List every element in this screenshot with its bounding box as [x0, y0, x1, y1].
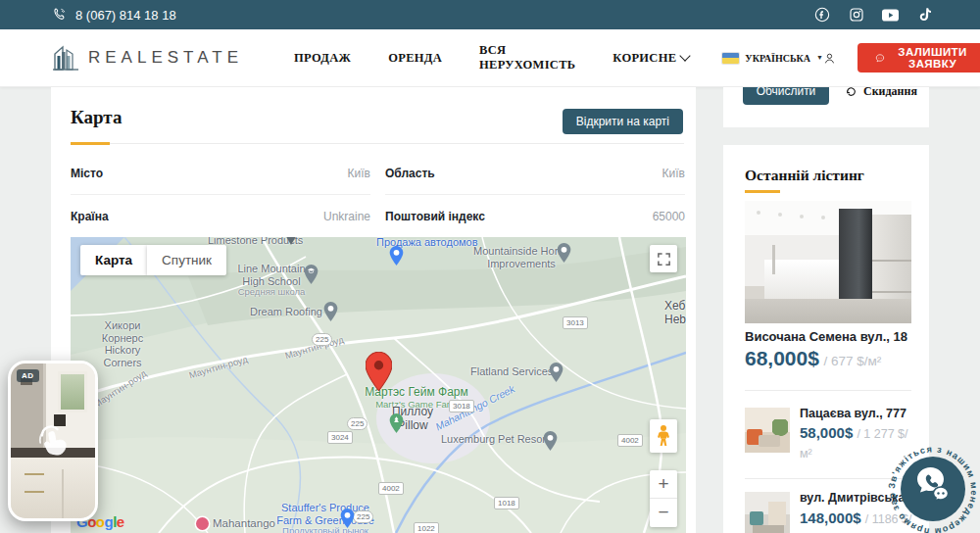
route-shield: 225: [347, 417, 368, 430]
map-label: Flatland Services: [470, 365, 553, 378]
poi-pin-icon: [543, 431, 558, 451]
town-dot-icon: [196, 517, 209, 530]
property-marker-icon[interactable]: [366, 352, 392, 391]
ad-overlay[interactable]: AD: [8, 361, 98, 521]
map-card: Карта Відкрити на карті МістоКиїв Област…: [51, 87, 696, 533]
listing-photo[interactable]: [745, 201, 911, 323]
school-pin-icon: [304, 265, 318, 284]
open-on-map-button[interactable]: Відкрити на карті: [563, 109, 683, 134]
poi-pin-icon: [557, 243, 571, 263]
poi-pin-icon: [549, 363, 564, 382]
route-shield: 4002: [617, 434, 643, 447]
park-pin-icon: [389, 413, 404, 433]
caret-down-icon: ▼: [816, 54, 823, 62]
nav-item-prodazh[interactable]: ПРОДАЖ: [294, 51, 351, 66]
map-label: Dream Roofing: [250, 306, 322, 318]
field-zip: Поштовий індекс65000: [385, 195, 685, 238]
map-type-control: Карта Спутник: [80, 245, 226, 275]
map-label: Хеб Hebe: [664, 300, 686, 327]
logo-building-icon: [51, 44, 80, 72]
phone-icon: [52, 7, 68, 23]
map-label: Хикори Корнерс Hickory Corners: [88, 319, 157, 369]
title-underline: [71, 142, 110, 145]
field-city: МістоКиїв: [71, 152, 370, 195]
tap-hand-icon: [31, 419, 74, 462]
nav-bar: REALESTATE ПРОДАЖ ОРЕНДА ВСЯ НЕРУХОМІСТЬ…: [0, 29, 980, 87]
pegman-control[interactable]: [650, 419, 677, 453]
chevron-down-icon: [680, 50, 691, 61]
logo-text: REALESTATE: [88, 48, 243, 68]
divider: [71, 143, 684, 144]
poi-pin-icon: [284, 237, 298, 245]
field-country: КраїнаUnkraine: [71, 195, 370, 238]
leave-request-button[interactable]: ЗАЛИШИТИ ЗАЯВКУ: [858, 43, 980, 73]
nav-item-orenda[interactable]: ОРЕНДА: [388, 51, 442, 66]
route-shield: 4002: [378, 482, 404, 495]
youtube-icon[interactable]: [882, 7, 899, 24]
instagram-icon[interactable]: [848, 7, 864, 24]
calculate-button[interactable]: Обчислити: [743, 87, 829, 105]
ad-badge: AD: [17, 369, 39, 382]
market-pin-blue-icon: [340, 509, 355, 528]
route-shield: 1022: [414, 522, 439, 533]
poi-pin-blue-icon: [389, 246, 404, 266]
phone-link[interactable]: 8 (067) 814 18 18: [52, 7, 176, 23]
zoom-out-button[interactable]: −: [650, 498, 677, 525]
route-shield: 3024: [327, 431, 353, 444]
section-title: Карта: [71, 107, 122, 128]
calc-card: Обчислити Скидання: [723, 87, 929, 127]
tiktok-icon[interactable]: [916, 7, 933, 24]
route-shield: 225: [353, 510, 373, 523]
route-shield: 3018: [449, 400, 474, 412]
reset-button[interactable]: Скидання: [845, 87, 917, 99]
language-label: УКРАЇНСЬКА: [745, 53, 810, 64]
ukraine-flag-icon: [722, 53, 739, 64]
logo[interactable]: REALESTATE: [51, 44, 243, 72]
listing-thumbnail[interactable]: [745, 408, 790, 453]
phone-number: 8 (067) 814 18 18: [75, 8, 176, 23]
nav-item-all-realty[interactable]: ВСЯ НЕРУХОМІСТЬ: [479, 43, 575, 73]
sidebar-title: Останній лістинг: [745, 167, 864, 184]
route-shield: 225: [312, 333, 332, 346]
listing-thumbnail[interactable]: [745, 492, 790, 533]
listing-title[interactable]: Височана Семена вул., 18: [745, 329, 916, 344]
language-selector[interactable]: УКРАЇНСЬКА ▼: [722, 53, 823, 64]
map-type-satellite-button[interactable]: Спутник: [147, 245, 226, 275]
google-map[interactable]: Limestone Products Продажа автодомов Mou…: [71, 237, 686, 533]
route-shield: 1018: [494, 497, 519, 509]
listing-title[interactable]: Пацаєва вул., 777: [800, 407, 915, 420]
facebook-icon[interactable]: [813, 7, 830, 24]
chat-icon: [875, 51, 885, 66]
top-bar: 8 (067) 814 18 18: [0, 0, 980, 29]
page: 8 (067) 814 18 18: [0, 0, 980, 533]
fullscreen-button[interactable]: [650, 245, 677, 272]
map-label: Luxemburg Pet Resort: [441, 433, 549, 446]
zoom-control: + −: [650, 470, 677, 527]
contact-manager-badge[interactable]: Зв'яжіться з нашим менеджером прямо зара…: [884, 440, 980, 533]
field-region: ОбластьКиїв: [385, 152, 685, 195]
route-shield: 3013: [563, 316, 588, 329]
reset-icon: [845, 87, 858, 98]
nav-item-korysne[interactable]: КОРИСНЕ: [612, 51, 689, 66]
map-type-map-button[interactable]: Карта: [80, 245, 147, 275]
map-label: Mahantango: [213, 517, 275, 530]
zoom-in-button[interactable]: +: [650, 470, 677, 498]
account-icon[interactable]: [823, 49, 836, 68]
divider: [745, 390, 911, 391]
poi-pin-icon: [323, 302, 338, 321]
listing-price: 68,000$ / 677 $/м²: [745, 347, 881, 370]
title-underline: [745, 190, 780, 193]
